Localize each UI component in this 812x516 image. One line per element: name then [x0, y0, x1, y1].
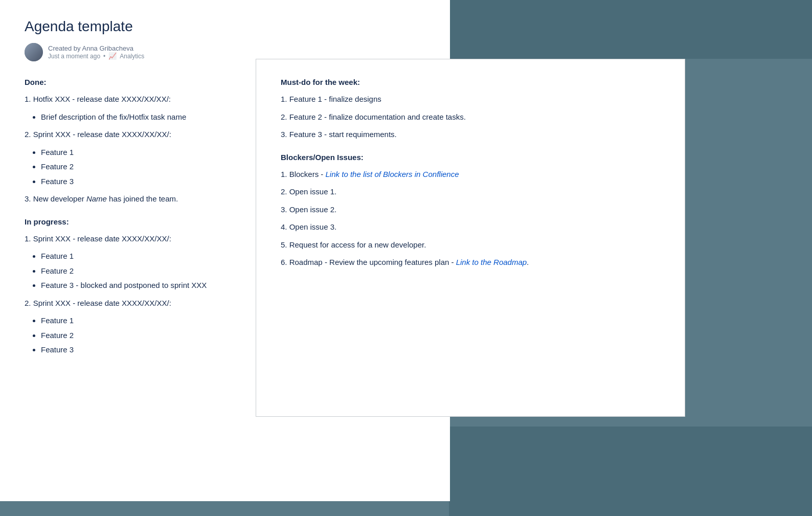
timestamp: Just a moment ago	[48, 53, 100, 60]
author-name: Created by Anna Gribacheva	[48, 44, 144, 52]
blockers-item-1: 1. Blockers - Link to the list of Blocke…	[281, 169, 660, 181]
blockers-item-5: 5. Request for access for a new develope…	[281, 239, 660, 251]
avatar-image	[25, 43, 43, 61]
must-do-item-2: 2. Feature 2 - finalize documentation an…	[281, 111, 660, 123]
blockers-item-3: 3. Open issue 2.	[281, 204, 660, 216]
blockers-item-4: 4. Open issue 3.	[281, 221, 660, 233]
corner-accent-top-right	[449, 0, 812, 59]
must-do-item-1: 1. Feature 1 - finalize designs	[281, 94, 660, 105]
blockers-heading: Blockers/Open Issues:	[281, 153, 660, 162]
meta-info: Created by Anna Gribacheva Just a moment…	[48, 44, 144, 60]
meta-details: Just a moment ago • 📈 Analytics	[48, 52, 144, 60]
separator: •	[103, 53, 105, 60]
must-do-item-3: 3. Feature 3 - start requimements.	[281, 129, 660, 141]
blockers-item-2: 2. Open issue 1.	[281, 186, 660, 198]
analytics-label: Analytics	[120, 53, 144, 60]
blockers-link-1[interactable]: Link to the list of Blockers in Conflien…	[326, 170, 459, 178]
must-do-section: Must-do for the week: 1. Feature 1 - fin…	[281, 78, 660, 141]
blockers-item-6: 6. Roadmap - Review the upcoming feature…	[281, 257, 660, 268]
analytics-icon: 📈	[108, 52, 117, 60]
blockers-link-2[interactable]: Link to the Roadmap	[456, 258, 527, 266]
must-do-heading: Must-do for the week:	[281, 78, 660, 86]
corner-accent-bottom-right	[449, 427, 812, 516]
blockers-section: Blockers/Open Issues: 1. Blockers - Link…	[281, 153, 660, 268]
avatar	[25, 43, 43, 61]
italic-name: Name	[86, 194, 107, 203]
right-panel: Must-do for the week: 1. Feature 1 - fin…	[256, 59, 685, 417]
page-title: Agenda template	[25, 18, 425, 35]
